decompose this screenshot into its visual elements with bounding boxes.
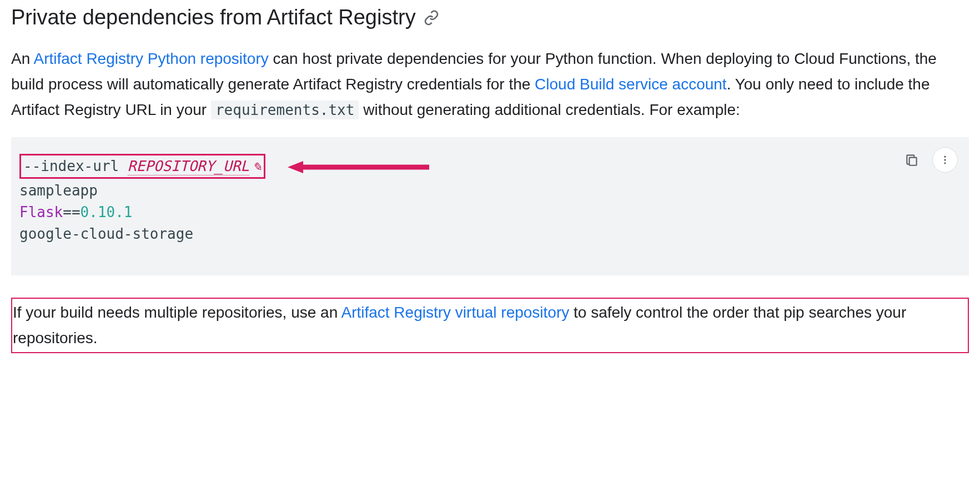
requirements-file-code: requirements.txt bbox=[211, 101, 359, 119]
svg-marker-5 bbox=[288, 161, 303, 173]
code-token: 0.10.1 bbox=[81, 204, 133, 220]
artifact-registry-python-link[interactable]: Artifact Registry Python repository bbox=[33, 50, 268, 67]
svg-point-2 bbox=[944, 159, 946, 160]
cloud-build-service-account-link[interactable]: Cloud Build service account bbox=[535, 76, 727, 93]
svg-rect-0 bbox=[909, 157, 917, 165]
link-anchor-icon[interactable] bbox=[424, 10, 439, 26]
intro-paragraph: An Artifact Registry Python repository c… bbox=[11, 46, 969, 123]
virtual-repository-link[interactable]: Artifact Registry virtual repository bbox=[341, 304, 569, 321]
text: without generating additional credential… bbox=[359, 101, 740, 118]
code-line-3: Flask==0.10.1 bbox=[19, 202, 961, 223]
text: If your build needs multiple repositorie… bbox=[13, 304, 341, 321]
code-token: == bbox=[63, 204, 80, 220]
svg-point-3 bbox=[944, 162, 946, 164]
multiple-repos-note: If your build needs multiple repositorie… bbox=[11, 298, 969, 353]
svg-point-1 bbox=[944, 155, 946, 157]
highlighted-code-line: --index-url REPOSITORY_URL✎ bbox=[19, 154, 265, 179]
heading-text: Private dependencies from Artifact Regis… bbox=[11, 6, 416, 29]
code-block: --index-url REPOSITORY_URL✎ sampleapp Fl… bbox=[11, 137, 969, 275]
code-actions bbox=[901, 147, 958, 173]
code-token: Flask bbox=[19, 204, 63, 220]
code-line-1: --index-url REPOSITORY_URL✎ bbox=[19, 154, 961, 180]
code-text: --index-url bbox=[23, 158, 128, 174]
section-heading: Private dependencies from Artifact Regis… bbox=[11, 6, 969, 29]
text: An bbox=[11, 50, 33, 67]
more-options-icon[interactable] bbox=[932, 147, 958, 173]
repository-url-placeholder[interactable]: REPOSITORY_URL bbox=[128, 158, 249, 175]
code-line-4: google-cloud-storage bbox=[19, 223, 961, 245]
copy-icon[interactable] bbox=[901, 149, 922, 170]
code-line-2: sampleapp bbox=[19, 180, 961, 202]
edit-icon[interactable]: ✎ bbox=[253, 158, 262, 174]
